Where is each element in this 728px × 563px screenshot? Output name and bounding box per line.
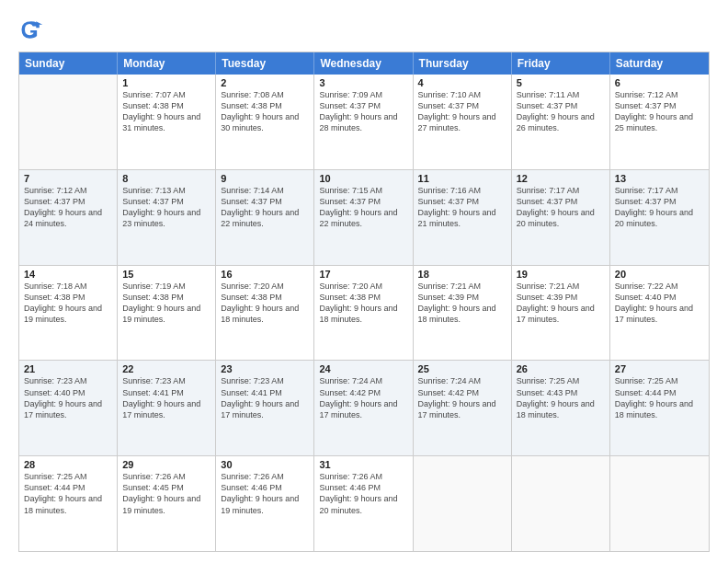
day-number: 23 — [221, 363, 309, 374]
day-info: Sunrise: 7:12 AMSunset: 4:37 PMDaylight:… — [24, 185, 112, 230]
day-info: Sunrise: 7:09 AMSunset: 4:37 PMDaylight:… — [319, 89, 407, 134]
day-number: 3 — [319, 77, 407, 88]
calendar-cell: 23Sunrise: 7:23 AMSunset: 4:41 PMDayligh… — [216, 361, 314, 455]
day-info: Sunrise: 7:16 AMSunset: 4:37 PMDaylight:… — [418, 185, 506, 230]
calendar-cell: 21Sunrise: 7:23 AMSunset: 4:40 PMDayligh… — [19, 361, 118, 455]
header-day-wednesday: Wednesday — [314, 52, 413, 75]
day-info: Sunrise: 7:08 AMSunset: 4:38 PMDaylight:… — [221, 89, 309, 134]
day-info: Sunrise: 7:20 AMSunset: 4:38 PMDaylight:… — [319, 281, 407, 326]
day-number: 13 — [615, 173, 704, 184]
calendar-row-4: 21Sunrise: 7:23 AMSunset: 4:40 PMDayligh… — [19, 360, 709, 455]
day-number: 30 — [221, 459, 309, 470]
day-number: 29 — [122, 459, 210, 470]
day-number: 19 — [517, 269, 605, 280]
header — [18, 17, 710, 42]
day-info: Sunrise: 7:25 AMSunset: 4:44 PMDaylight:… — [24, 471, 112, 516]
logo — [18, 17, 48, 42]
calendar-cell: 11Sunrise: 7:16 AMSunset: 4:37 PMDayligh… — [414, 170, 512, 265]
day-number: 17 — [319, 269, 407, 280]
day-number: 10 — [319, 173, 407, 184]
calendar-cell: 15Sunrise: 7:19 AMSunset: 4:38 PMDayligh… — [118, 266, 216, 361]
calendar-cell: 7Sunrise: 7:12 AMSunset: 4:37 PMDaylight… — [19, 170, 118, 265]
day-info: Sunrise: 7:18 AMSunset: 4:38 PMDaylight:… — [24, 281, 112, 326]
day-number: 15 — [122, 269, 210, 280]
calendar-cell: 31Sunrise: 7:26 AMSunset: 4:46 PMDayligh… — [314, 456, 413, 551]
calendar-cell: 3Sunrise: 7:09 AMSunset: 4:37 PMDaylight… — [314, 75, 413, 169]
calendar-cell: 28Sunrise: 7:25 AMSunset: 4:44 PMDayligh… — [19, 456, 118, 551]
calendar-cell: 2Sunrise: 7:08 AMSunset: 4:38 PMDaylight… — [216, 75, 314, 169]
day-number: 18 — [418, 269, 506, 280]
day-number: 21 — [24, 363, 112, 374]
day-number: 5 — [517, 77, 605, 88]
header-day-friday: Friday — [512, 52, 610, 75]
calendar-cell: 29Sunrise: 7:26 AMSunset: 4:45 PMDayligh… — [118, 456, 216, 551]
calendar-row-2: 7Sunrise: 7:12 AMSunset: 4:37 PMDaylight… — [19, 169, 709, 265]
calendar-cell: 10Sunrise: 7:15 AMSunset: 4:37 PMDayligh… — [314, 170, 413, 265]
day-number: 7 — [24, 173, 112, 184]
calendar-row-5: 28Sunrise: 7:25 AMSunset: 4:44 PMDayligh… — [19, 455, 709, 551]
calendar-cell: 26Sunrise: 7:25 AMSunset: 4:43 PMDayligh… — [512, 361, 610, 455]
logo-icon — [18, 17, 44, 42]
day-number: 14 — [24, 269, 112, 280]
day-info: Sunrise: 7:25 AMSunset: 4:44 PMDaylight:… — [615, 375, 704, 420]
day-number: 27 — [615, 363, 704, 374]
day-number: 20 — [615, 269, 704, 280]
day-info: Sunrise: 7:24 AMSunset: 4:42 PMDaylight:… — [418, 375, 506, 420]
calendar-cell: 13Sunrise: 7:17 AMSunset: 4:37 PMDayligh… — [610, 170, 709, 265]
calendar-row-1: 1Sunrise: 7:07 AMSunset: 4:38 PMDaylight… — [19, 75, 709, 169]
header-day-tuesday: Tuesday — [216, 52, 314, 75]
header-day-saturday: Saturday — [610, 52, 709, 75]
day-number: 31 — [319, 459, 407, 470]
day-info: Sunrise: 7:21 AMSunset: 4:39 PMDaylight:… — [418, 281, 506, 326]
day-info: Sunrise: 7:17 AMSunset: 4:37 PMDaylight:… — [615, 185, 704, 230]
day-number: 12 — [517, 173, 605, 184]
calendar-cell: 8Sunrise: 7:13 AMSunset: 4:37 PMDaylight… — [118, 170, 216, 265]
calendar-body: 1Sunrise: 7:07 AMSunset: 4:38 PMDaylight… — [19, 75, 709, 551]
day-info: Sunrise: 7:19 AMSunset: 4:38 PMDaylight:… — [122, 281, 210, 326]
calendar-cell: 24Sunrise: 7:24 AMSunset: 4:42 PMDayligh… — [314, 361, 413, 455]
day-number: 22 — [122, 363, 210, 374]
day-number: 26 — [517, 363, 605, 374]
calendar-cell: 14Sunrise: 7:18 AMSunset: 4:38 PMDayligh… — [19, 266, 118, 361]
day-number: 25 — [418, 363, 506, 374]
day-info: Sunrise: 7:25 AMSunset: 4:43 PMDaylight:… — [517, 375, 605, 420]
calendar-cell: 9Sunrise: 7:14 AMSunset: 4:37 PMDaylight… — [216, 170, 314, 265]
day-info: Sunrise: 7:26 AMSunset: 4:46 PMDaylight:… — [319, 471, 407, 516]
day-info: Sunrise: 7:23 AMSunset: 4:41 PMDaylight:… — [221, 375, 309, 420]
calendar-header: SundayMondayTuesdayWednesdayThursdayFrid… — [19, 52, 709, 75]
calendar-cell: 25Sunrise: 7:24 AMSunset: 4:42 PMDayligh… — [414, 361, 512, 455]
calendar-cell: 18Sunrise: 7:21 AMSunset: 4:39 PMDayligh… — [414, 266, 512, 361]
day-info: Sunrise: 7:17 AMSunset: 4:37 PMDaylight:… — [517, 185, 605, 230]
calendar-cell — [512, 456, 610, 551]
calendar-cell — [610, 456, 709, 551]
day-info: Sunrise: 7:13 AMSunset: 4:37 PMDaylight:… — [122, 185, 210, 230]
header-day-monday: Monday — [118, 52, 216, 75]
day-info: Sunrise: 7:12 AMSunset: 4:37 PMDaylight:… — [615, 89, 704, 134]
calendar-cell: 19Sunrise: 7:21 AMSunset: 4:39 PMDayligh… — [512, 266, 610, 361]
calendar-cell — [414, 456, 512, 551]
day-info: Sunrise: 7:26 AMSunset: 4:45 PMDaylight:… — [122, 471, 210, 516]
day-number: 8 — [122, 173, 210, 184]
calendar-cell: 6Sunrise: 7:12 AMSunset: 4:37 PMDaylight… — [610, 75, 709, 169]
calendar-cell: 4Sunrise: 7:10 AMSunset: 4:37 PMDaylight… — [414, 75, 512, 169]
calendar-cell: 5Sunrise: 7:11 AMSunset: 4:37 PMDaylight… — [512, 75, 610, 169]
day-info: Sunrise: 7:26 AMSunset: 4:46 PMDaylight:… — [221, 471, 309, 516]
day-number: 11 — [418, 173, 506, 184]
day-info: Sunrise: 7:11 AMSunset: 4:37 PMDaylight:… — [517, 89, 605, 134]
calendar-cell: 20Sunrise: 7:22 AMSunset: 4:40 PMDayligh… — [610, 266, 709, 361]
day-info: Sunrise: 7:15 AMSunset: 4:37 PMDaylight:… — [319, 185, 407, 230]
day-info: Sunrise: 7:22 AMSunset: 4:40 PMDaylight:… — [615, 281, 704, 326]
calendar-cell: 17Sunrise: 7:20 AMSunset: 4:38 PMDayligh… — [314, 266, 413, 361]
calendar-cell: 30Sunrise: 7:26 AMSunset: 4:46 PMDayligh… — [216, 456, 314, 551]
day-number: 9 — [221, 173, 309, 184]
day-number: 28 — [24, 459, 112, 470]
header-day-sunday: Sunday — [19, 52, 118, 75]
day-info: Sunrise: 7:21 AMSunset: 4:39 PMDaylight:… — [517, 281, 605, 326]
calendar: SundayMondayTuesdayWednesdayThursdayFrid… — [18, 52, 710, 552]
day-number: 16 — [221, 269, 309, 280]
calendar-row-3: 14Sunrise: 7:18 AMSunset: 4:38 PMDayligh… — [19, 265, 709, 361]
calendar-cell — [19, 75, 118, 169]
day-info: Sunrise: 7:07 AMSunset: 4:38 PMDaylight:… — [122, 89, 210, 134]
day-info: Sunrise: 7:20 AMSunset: 4:38 PMDaylight:… — [221, 281, 309, 326]
day-number: 2 — [221, 77, 309, 88]
